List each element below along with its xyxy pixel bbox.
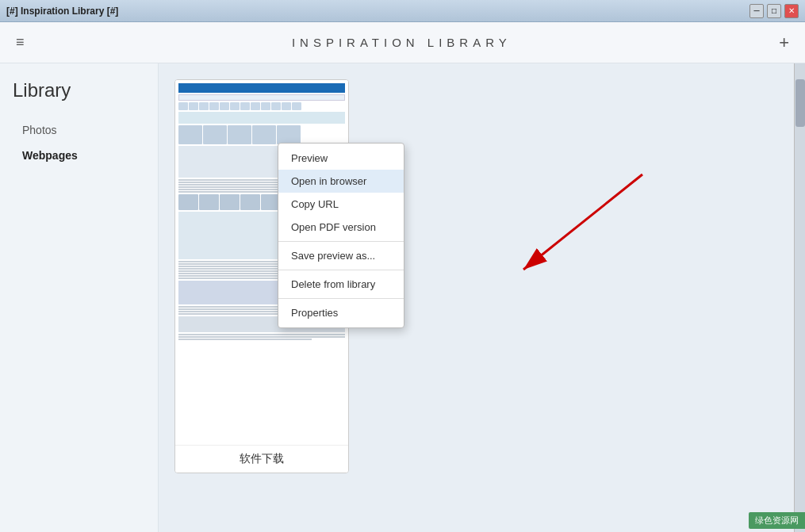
sidebar: Library Photos Webpages: [0, 63, 159, 532]
context-menu-delete[interactable]: Delete from library: [278, 273, 404, 296]
context-menu-separator-1: [278, 241, 404, 242]
svg-line-1: [523, 174, 642, 270]
title-bar-buttons: ─ □ ✕: [749, 4, 799, 18]
minimize-button[interactable]: ─: [749, 4, 764, 18]
sidebar-item-photos[interactable]: Photos: [13, 117, 145, 143]
context-menu-separator-3: [278, 298, 404, 299]
scrollbar[interactable]: [794, 63, 805, 532]
title-bar: [#] Inspiration Library [#] ─ □ ✕: [0, 0, 805, 22]
main-content: Library Photos Webpages: [0, 63, 805, 532]
sidebar-title: Library: [13, 79, 145, 101]
context-menu-open-pdf[interactable]: Open PDF version: [278, 216, 404, 239]
scrollbar-thumb[interactable]: [795, 79, 805, 127]
content-area: 软件下载 Preview Open in browser Copy URL Op…: [159, 63, 794, 532]
context-menu-separator-2: [278, 270, 404, 270]
context-menu-save-preview[interactable]: Save preview as...: [278, 244, 404, 267]
close-button[interactable]: ✕: [784, 4, 799, 18]
red-arrow: [444, 166, 682, 404]
context-menu-preview[interactable]: Preview: [278, 147, 404, 170]
watermark: 绿色资源网: [749, 512, 805, 529]
app-title: INSPIRATION LIBRARY: [292, 36, 512, 49]
context-menu-properties[interactable]: Properties: [278, 301, 404, 324]
add-icon[interactable]: +: [779, 33, 789, 53]
context-menu-open-browser[interactable]: Open in browser: [278, 170, 404, 193]
card-label: 软件下载: [175, 445, 348, 473]
menu-icon[interactable]: ≡: [16, 34, 25, 51]
header: ≡ INSPIRATION LIBRARY +: [0, 22, 805, 63]
context-menu-copy-url[interactable]: Copy URL: [278, 193, 404, 216]
app-container: ≡ INSPIRATION LIBRARY + Library Photos W…: [0, 22, 805, 532]
context-menu: Preview Open in browser Copy URL Open PD…: [278, 143, 404, 328]
title-bar-text: [#] Inspiration Library [#]: [6, 6, 118, 17]
sidebar-item-webpages[interactable]: Webpages: [13, 143, 145, 168]
maximize-button[interactable]: □: [767, 4, 781, 18]
